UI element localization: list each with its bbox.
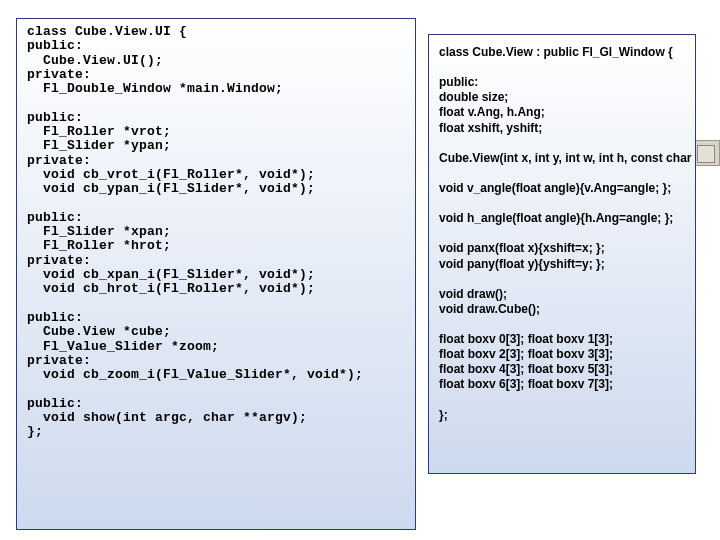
code-card-cubeview: class Cube.View : public Fl_Gl_Window { …: [428, 34, 696, 474]
code-card-cubeviewui: class Cube.View.UI { public: Cube.View.U…: [16, 18, 416, 530]
code-block-right: class Cube.View : public Fl_Gl_Window { …: [439, 45, 685, 423]
code-block-left: class Cube.View.UI { public: Cube.View.U…: [27, 25, 405, 440]
